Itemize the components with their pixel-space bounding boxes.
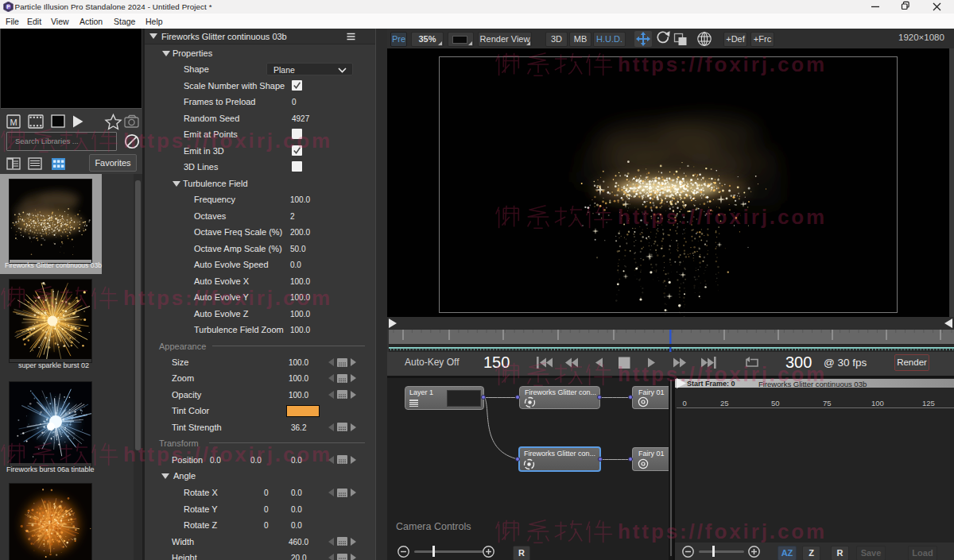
svg-text:P: P — [6, 4, 10, 10]
svg-text:M: M — [10, 118, 17, 127]
